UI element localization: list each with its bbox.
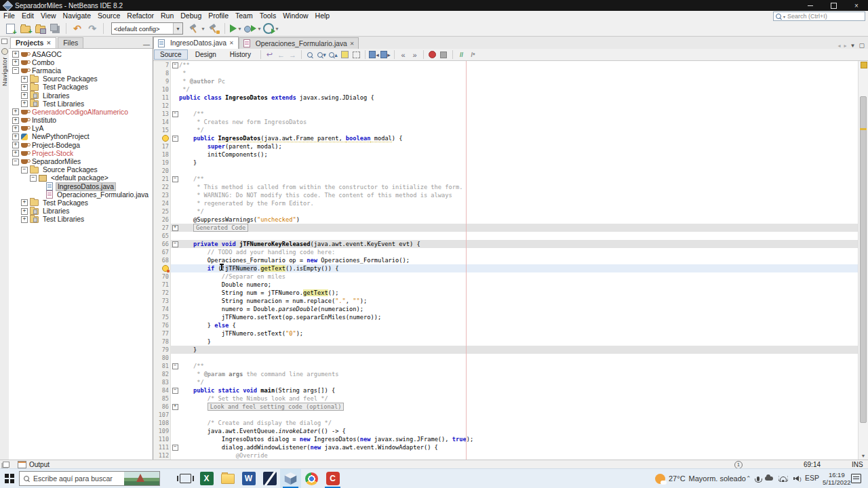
code-line-77[interactable]: 77 jTFNumero.setText("0"); bbox=[153, 329, 868, 338]
expand-icon[interactable]: + bbox=[21, 208, 28, 215]
last-edit-icon[interactable]: ↩ bbox=[264, 49, 275, 60]
menu-view[interactable]: View bbox=[37, 11, 60, 21]
code-line-68[interactable]: 68 Operaciones_Formulario op = new Opera… bbox=[153, 256, 868, 264]
expand-icon[interactable]: + bbox=[12, 150, 19, 157]
tree-item-default-package[interactable]: −<default package> bbox=[9, 174, 153, 182]
code-line-12[interactable]: 12 bbox=[153, 102, 868, 110]
find-previous-icon[interactable]: ▴ bbox=[328, 49, 339, 60]
fold-collapse-icon[interactable]: − bbox=[172, 363, 178, 369]
search-highlight-image[interactable] bbox=[124, 472, 159, 485]
tab-list-dropdown-icon[interactable]: ▼ bbox=[850, 43, 856, 49]
find-selection-icon[interactable] bbox=[304, 49, 316, 60]
code-line-109[interactable]: 109 java.awt.EventQueue.invokeLater(() -… bbox=[153, 427, 868, 435]
action-center-icon[interactable] bbox=[851, 474, 861, 483]
code-line-19[interactable]: 19 } bbox=[153, 159, 868, 167]
expand-icon[interactable]: + bbox=[21, 216, 28, 223]
code-line-76[interactable]: 76 } else { bbox=[153, 321, 868, 329]
view-button-source[interactable]: Source bbox=[154, 49, 188, 60]
warning-mark[interactable] bbox=[860, 128, 867, 130]
collapse-icon[interactable]: − bbox=[12, 159, 19, 165]
menu-navigate[interactable]: Navigate bbox=[60, 11, 94, 21]
menu-help[interactable]: Help bbox=[312, 11, 334, 21]
menu-window[interactable]: Window bbox=[279, 11, 311, 21]
designer-app-button[interactable] bbox=[259, 469, 280, 488]
shift-right-icon[interactable]: » bbox=[409, 49, 420, 60]
rectangular-selection-icon[interactable] bbox=[351, 49, 362, 60]
close-icon[interactable]: ✕ bbox=[229, 40, 234, 46]
fold-collapse-icon[interactable]: − bbox=[172, 241, 178, 247]
language-indicator[interactable]: ESP bbox=[805, 474, 819, 482]
taskbar-clock[interactable]: 16:19 5/11/2022 bbox=[823, 471, 851, 486]
close-icon[interactable]: ✕ bbox=[46, 40, 51, 46]
expand-icon[interactable]: + bbox=[21, 199, 28, 206]
code-line-25[interactable]: 25 */ bbox=[153, 207, 868, 216]
expand-icon[interactable]: + bbox=[12, 59, 19, 66]
code-line-79[interactable]: 79 } bbox=[153, 346, 868, 354]
tree-item-project-bodega[interactable]: +Project-Bodega bbox=[9, 141, 153, 149]
editor-tab-ingresodatos-java[interactable]: IngresoDatos.java✕ bbox=[153, 37, 239, 49]
fold-collapse-icon[interactable]: − bbox=[172, 445, 178, 451]
code-line-110[interactable]: 110 IngresoDatos dialog = new IngresoDat… bbox=[153, 435, 868, 443]
microphone-icon[interactable] bbox=[757, 476, 760, 481]
debug-project-button[interactable]: ▼ bbox=[244, 22, 262, 35]
tree-item-source-packages[interactable]: −Source Packages bbox=[9, 166, 153, 174]
excel-button[interactable]: X bbox=[196, 469, 217, 488]
collapse-icon[interactable]: − bbox=[12, 67, 19, 74]
code-line-14[interactable]: 14 * Creates new form IngresoDatos bbox=[153, 118, 868, 126]
view-button-design[interactable]: Design bbox=[189, 49, 222, 60]
code-line-72[interactable]: 72 String num = jTFNumero.getText(); bbox=[153, 289, 868, 297]
fold-collapse-icon[interactable]: − bbox=[172, 388, 178, 394]
toggle-highlight-icon[interactable] bbox=[339, 49, 351, 60]
chrome-button[interactable] bbox=[301, 469, 322, 488]
menu-team[interactable]: Team bbox=[232, 11, 256, 21]
menu-source[interactable]: Source bbox=[94, 11, 123, 21]
forward-icon[interactable]: → bbox=[287, 49, 298, 60]
chevron-down-icon[interactable]: ▼ bbox=[257, 26, 262, 31]
code-line-75[interactable]: 75 jTFNumero.setText(op.separarEnMiles(n… bbox=[153, 313, 868, 321]
start-button[interactable] bbox=[0, 469, 19, 488]
tree-item-generadorcodigoalfanumerico[interactable]: +GeneradorCodigoAlfanumerico bbox=[9, 108, 153, 116]
expand-icon[interactable]: + bbox=[21, 100, 28, 107]
tab-projects[interactable]: Projects✕ bbox=[10, 37, 56, 48]
expand-icon[interactable]: + bbox=[12, 142, 19, 148]
close-icon[interactable]: ✕ bbox=[350, 41, 355, 47]
code-line-84[interactable]: 84− public static void main(String args[… bbox=[153, 386, 868, 394]
code-line-17[interactable]: 17 super(parent, modal); bbox=[153, 142, 868, 150]
editor-scrollbar[interactable]: ▲ ▼ bbox=[858, 61, 868, 460]
code-line-69[interactable]: if (!jTFNumero.getText().isEmpty()) { bbox=[153, 264, 868, 272]
tray-expand-chevron[interactable]: ⌃ bbox=[746, 475, 751, 482]
code-line-85[interactable]: 85 /* Set the Nimbus look and feel */ bbox=[153, 394, 868, 403]
next-bookmark-icon[interactable]: ▸ bbox=[380, 49, 391, 60]
tree-item-project-stock[interactable]: +Project-Stock bbox=[9, 149, 153, 157]
menu-tools[interactable]: Tools bbox=[256, 11, 280, 21]
taskbar-search-input[interactable]: Escribe aquí para buscar bbox=[19, 471, 160, 486]
error-stripe-summary[interactable] bbox=[861, 62, 867, 68]
menu-profile[interactable]: Profile bbox=[205, 11, 232, 21]
search-dropdown-icon[interactable]: ▾ bbox=[783, 14, 785, 19]
code-line-23[interactable]: 23 * WARNING: Do NOT modify this code. T… bbox=[153, 191, 868, 199]
run-project-button[interactable]: ▼ bbox=[229, 22, 243, 35]
expand-icon[interactable]: + bbox=[12, 108, 19, 115]
code-line-16[interactable]: − public IngresoDatos(java.awt.Frame par… bbox=[153, 134, 868, 142]
code-line-70[interactable]: 70 //Separar en miles bbox=[153, 272, 868, 281]
comment-icon[interactable]: // bbox=[456, 49, 467, 60]
expand-icon[interactable]: + bbox=[21, 92, 28, 99]
code-line-71[interactable]: 71 Double numero; bbox=[153, 281, 868, 289]
tree-item-test-libraries[interactable]: +Test Libraries bbox=[9, 100, 153, 108]
tree-item-ingresodatos-java[interactable]: IngresoDatos.java bbox=[9, 182, 153, 190]
collapse-icon[interactable]: − bbox=[21, 167, 28, 174]
quick-search-input[interactable]: ▾ Search (Ctrl+I) bbox=[773, 12, 865, 21]
code-line-86[interactable]: 86+ Look and feel setting code (optional… bbox=[153, 403, 868, 411]
config-combobox[interactable]: <default config>▼ bbox=[111, 22, 183, 35]
menu-file[interactable]: File bbox=[0, 11, 18, 21]
camtasia-button[interactable]: C bbox=[322, 469, 343, 488]
code-line-83[interactable]: 83 */ bbox=[153, 378, 868, 386]
tab-files[interactable]: Files bbox=[58, 37, 83, 48]
code-line-18[interactable]: 18 initComponents(); bbox=[153, 150, 868, 159]
onedrive-icon[interactable] bbox=[765, 476, 773, 481]
code-line-82[interactable]: 82 * @param args the command line argume… bbox=[153, 370, 868, 378]
restore-group-icon[interactable] bbox=[3, 462, 9, 468]
new-project-button[interactable] bbox=[18, 22, 32, 35]
word-button[interactable]: W bbox=[238, 469, 259, 488]
chevron-down-icon[interactable]: ▼ bbox=[201, 26, 205, 31]
